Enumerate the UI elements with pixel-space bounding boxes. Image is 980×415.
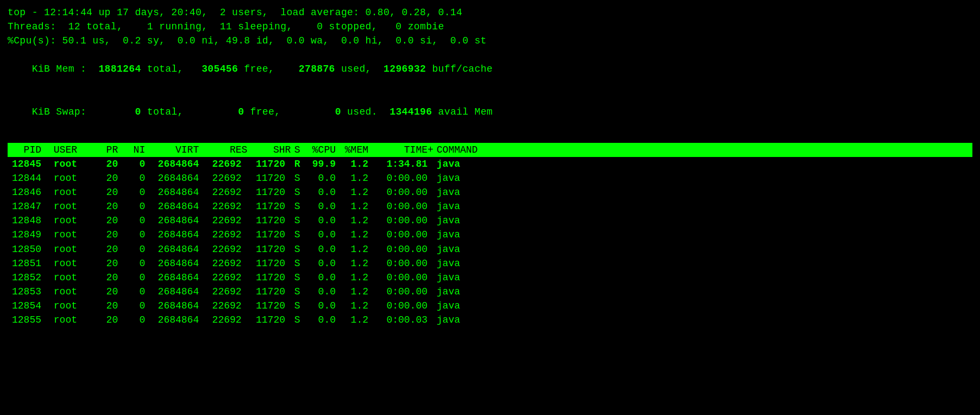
- cell-user: root: [46, 171, 95, 185]
- swap-used: 0: [335, 106, 341, 117]
- cell-user: root: [46, 157, 95, 171]
- cell-shr: 11720: [244, 228, 287, 242]
- cell-pr: 20: [95, 157, 122, 171]
- mem-label: KiB Mem :: [32, 64, 99, 74]
- header-line-4: KiB Mem : 1881264 total, 305456 free, 27…: [8, 48, 972, 90]
- cell-command: java: [429, 185, 537, 199]
- cell-shr: 11720: [244, 299, 287, 313]
- cell-virt: 2684864: [146, 185, 200, 199]
- cell-time: 0:00.00: [369, 271, 429, 285]
- cell-ni: 0: [122, 228, 146, 242]
- swap-total-label: total,: [141, 106, 238, 117]
- cell-virt: 2684864: [146, 171, 200, 185]
- cell-user: root: [46, 199, 95, 213]
- col-header-time: TIME+: [369, 143, 429, 157]
- col-header-shr: SHR: [244, 143, 287, 157]
- mem-cache-label: buff/cache: [426, 64, 493, 74]
- cell-command: java: [429, 285, 537, 299]
- cell-shr: 11720: [244, 213, 287, 228]
- cell-pid: 12850: [8, 242, 46, 256]
- cell-time: 0:00.00: [369, 256, 429, 271]
- cell-s: S: [287, 242, 304, 256]
- swap-total: 0: [135, 106, 141, 117]
- table-body: 12845 root 20 0 2684864 22692 11720 R 99…: [8, 157, 972, 327]
- cell-virt: 2684864: [146, 242, 200, 256]
- cell-time: 0:00.00: [369, 285, 429, 299]
- cell-cpu: 0.0: [304, 213, 339, 228]
- cell-ni: 0: [122, 256, 146, 271]
- cell-user: root: [46, 313, 95, 327]
- cell-user: root: [46, 242, 95, 256]
- swap-used-label: used.: [341, 106, 390, 117]
- cell-virt: 2684864: [146, 285, 200, 299]
- cell-s: S: [287, 256, 304, 271]
- cell-user: root: [46, 299, 95, 313]
- cell-shr: 11720: [244, 242, 287, 256]
- cell-virt: 2684864: [146, 199, 200, 213]
- cell-shr: 11720: [244, 171, 287, 185]
- mem-used-label: used,: [335, 64, 384, 74]
- mem-total: 1881264: [98, 64, 141, 74]
- cell-time: 0:00.00: [369, 199, 429, 213]
- cell-s: S: [287, 228, 304, 242]
- cell-cpu: 0.0: [304, 199, 339, 213]
- cell-pr: 20: [95, 228, 122, 242]
- col-header-cpu: %CPU: [304, 143, 339, 157]
- cell-user: root: [46, 271, 95, 285]
- col-header-res: RES: [200, 143, 244, 157]
- cell-mem: 1.2: [339, 299, 369, 313]
- cell-s: S: [287, 299, 304, 313]
- cell-s: S: [287, 171, 304, 185]
- cell-shr: 11720: [244, 199, 287, 213]
- cell-shr: 11720: [244, 313, 287, 327]
- col-header-mem: %MEM: [339, 143, 369, 157]
- cell-command: java: [429, 256, 537, 271]
- swap-avail: 1344196: [390, 106, 432, 117]
- mem-used: 278876: [299, 64, 335, 74]
- col-header-pr: PR: [95, 143, 122, 157]
- mem-free: 305456: [202, 64, 238, 74]
- cell-shr: 11720: [244, 271, 287, 285]
- cell-pid: 12848: [8, 213, 46, 228]
- swap-free: 0: [238, 106, 244, 117]
- cell-shr: 11720: [244, 256, 287, 271]
- cell-pid: 12847: [8, 199, 46, 213]
- cell-command: java: [429, 313, 537, 327]
- cell-command: java: [429, 242, 537, 256]
- cell-command: java: [429, 299, 537, 313]
- cell-ni: 0: [122, 313, 146, 327]
- cell-pr: 20: [95, 171, 122, 185]
- cell-user: root: [46, 185, 95, 199]
- col-header-s: S: [287, 143, 304, 157]
- col-header-virt: VIRT: [146, 143, 200, 157]
- cell-command: java: [429, 199, 537, 213]
- cell-pid: 12844: [8, 171, 46, 185]
- cell-cpu: 0.0: [304, 228, 339, 242]
- process-table: PID USER PR NI VIRT RES SHR S %CPU %MEM …: [8, 143, 972, 157]
- cell-pr: 20: [95, 185, 122, 199]
- cell-ni: 0: [122, 199, 146, 213]
- cell-res: 22692: [200, 199, 244, 213]
- cell-virt: 2684864: [146, 157, 200, 171]
- cell-pr: 20: [95, 242, 122, 256]
- cell-res: 22692: [200, 271, 244, 285]
- cell-s: S: [287, 313, 304, 327]
- cell-mem: 1.2: [339, 171, 369, 185]
- cell-user: root: [46, 285, 95, 299]
- cell-command: java: [429, 228, 537, 242]
- table-row: 12854 root 20 0 2684864 22692 11720 S 0.…: [8, 299, 972, 313]
- table-row: 12847 root 20 0 2684864 22692 11720 S 0.…: [8, 199, 972, 213]
- cell-ni: 0: [122, 242, 146, 256]
- cell-pr: 20: [95, 256, 122, 271]
- cell-command: java: [429, 171, 537, 185]
- cell-ni: 0: [122, 171, 146, 185]
- table-row: 12850 root 20 0 2684864 22692 11720 S 0.…: [8, 242, 972, 256]
- header-line-2: Threads: 12 total, 1 running, 11 sleepin…: [8, 20, 972, 34]
- cell-ni: 0: [122, 271, 146, 285]
- cell-res: 22692: [200, 313, 244, 327]
- cell-time: 0:00.00: [369, 185, 429, 199]
- cell-time: 1:34.81: [369, 157, 429, 171]
- cell-pid: 12846: [8, 185, 46, 199]
- cell-cpu: 0.0: [304, 256, 339, 271]
- cell-pid: 12849: [8, 228, 46, 242]
